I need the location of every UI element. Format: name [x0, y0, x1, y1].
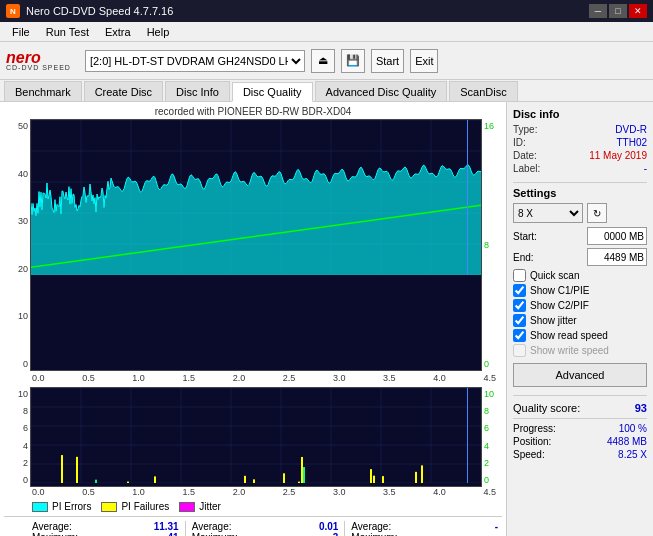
show-c1-checkbox[interactable] [513, 284, 526, 297]
show-c1-label: Show C1/PIE [530, 285, 589, 296]
drive-selector[interactable]: [2:0] HL-DT-ST DVDRAM GH24NSD0 LH00 [85, 50, 305, 72]
tab-scandisc[interactable]: ScanDisc [449, 81, 517, 101]
y-label-10: 10 [18, 311, 28, 321]
bottom-chart-canvas [31, 388, 481, 483]
show-c2-checkbox[interactable] [513, 299, 526, 312]
save-icon[interactable]: 💾 [341, 49, 365, 73]
stat-pi-failures-avg-label: Average: [192, 521, 232, 532]
menu-extra[interactable]: Extra [97, 24, 139, 40]
stat-pi-errors-max-label: Maximum: [32, 532, 78, 536]
stat-pi-errors-avg: Average: 11.31 [32, 521, 179, 532]
top-chart-canvas [31, 120, 481, 275]
maximize-button[interactable]: □ [609, 4, 627, 18]
legend-pi-errors-color [32, 502, 48, 512]
end-label: End: [513, 252, 534, 263]
stat-jitter-avg-label: Average: [351, 521, 391, 532]
menu-help[interactable]: Help [139, 24, 178, 40]
disc-label-value: - [644, 163, 647, 174]
y-label-4: 4 [23, 441, 28, 451]
show-read-speed-checkbox[interactable] [513, 329, 526, 342]
y-label-10: 10 [18, 389, 28, 399]
show-c1-row[interactable]: Show C1/PIE [513, 284, 647, 297]
stats-jitter: Average: - Maximum: - PO failures: - [351, 521, 498, 536]
y-label-0-bot: 0 [23, 475, 28, 485]
tab-create-disc[interactable]: Create Disc [84, 81, 163, 101]
nero-logo: nero CD-DVD SPEED [6, 50, 71, 71]
chart-area: recorded with PIONEER BD-RW BDR-XD04 50 … [0, 102, 506, 536]
show-c2-row[interactable]: Show C2/PIF [513, 299, 647, 312]
end-row: End: [513, 248, 647, 266]
legend-pi-errors-label: PI Errors [52, 501, 91, 512]
stat-jitter-max-value: - [495, 532, 498, 536]
disc-type-label: Type: [513, 124, 537, 135]
disc-type-value: DVD-R [615, 124, 647, 135]
progress-label: Progress: [513, 423, 556, 434]
legend-pi-errors: PI Errors [32, 501, 91, 512]
refresh-icon[interactable]: ↻ [587, 203, 607, 223]
stat-jitter-max-label: Maximum: [351, 532, 397, 536]
speed-selector[interactable]: 8 X [513, 203, 583, 223]
menu-run-test[interactable]: Run Test [38, 24, 97, 40]
show-write-speed-label: Show write speed [530, 345, 609, 356]
legend-pi-failures: PI Failures [101, 501, 169, 512]
start-label: Start: [513, 231, 537, 242]
legend-jitter-color [179, 502, 195, 512]
tab-benchmark[interactable]: Benchmark [4, 81, 82, 101]
quick-scan-row[interactable]: Quick scan [513, 269, 647, 282]
toolbar: nero CD-DVD SPEED [2:0] HL-DT-ST DVDRAM … [0, 42, 653, 80]
position-value: 4488 MB [607, 436, 647, 447]
advanced-button[interactable]: Advanced [513, 363, 647, 387]
tab-advanced-disc-quality[interactable]: Advanced Disc Quality [315, 81, 448, 101]
position-label: Position: [513, 436, 551, 447]
cd-speed-brand: CD-DVD SPEED [6, 64, 71, 71]
speed-value: 8.25 X [618, 449, 647, 460]
progress-value: 100 % [619, 423, 647, 434]
app-title: Nero CD-DVD Speed 4.7.7.16 [26, 5, 173, 17]
quality-score-value: 93 [635, 402, 647, 414]
quick-scan-checkbox[interactable] [513, 269, 526, 282]
disc-type-row: Type: DVD-R [513, 124, 647, 135]
disc-id-value: TTH02 [616, 137, 647, 148]
tab-disc-info[interactable]: Disc Info [165, 81, 230, 101]
disc-info-section: Disc info Type: DVD-R ID: TTH02 Date: 11… [513, 108, 647, 174]
stats-pi-failures: Average: 0.01 Maximum: 3 Total: 937 [192, 521, 339, 536]
minimize-button[interactable]: ─ [589, 4, 607, 18]
disc-id-row: ID: TTH02 [513, 137, 647, 148]
show-jitter-row[interactable]: Show jitter [513, 314, 647, 327]
y-label-6: 6 [23, 423, 28, 433]
y-right-bot-0: 0 [484, 475, 489, 485]
show-jitter-checkbox[interactable] [513, 314, 526, 327]
show-read-speed-row[interactable]: Show read speed [513, 329, 647, 342]
quality-score-label: Quality score: [513, 402, 580, 414]
top-chart-x-axis: 0.00.51.01.52.02.53.03.54.04.5 [4, 373, 502, 383]
y-right-0: 0 [484, 359, 489, 369]
legend-pi-failures-label: PI Failures [121, 501, 169, 512]
quick-scan-label: Quick scan [530, 270, 579, 281]
stat-pi-failures-max-value: 3 [333, 532, 339, 536]
bottom-chart-x-axis: 0.00.51.01.52.02.53.03.54.04.5 [4, 487, 502, 497]
tab-disc-quality[interactable]: Disc Quality [232, 82, 313, 102]
start-button[interactable]: Start [371, 49, 404, 73]
y-label-2: 2 [23, 458, 28, 468]
title-left: N Nero CD-DVD Speed 4.7.7.16 [6, 4, 173, 18]
settings-section: Settings 8 X ↻ Start: End: Quick scan [513, 187, 647, 387]
end-input[interactable] [587, 248, 647, 266]
y-right-16: 16 [484, 121, 494, 131]
disc-date-row: Date: 11 May 2019 [513, 150, 647, 161]
stat-pi-errors-avg-value: 11.31 [154, 521, 179, 532]
menu-file[interactable]: File [4, 24, 38, 40]
divider-2 [513, 395, 647, 396]
y-label-20: 20 [18, 264, 28, 274]
legend-jitter: Jitter [179, 501, 221, 512]
show-write-speed-row: Show write speed [513, 344, 647, 357]
legend-jitter-label: Jitter [199, 501, 221, 512]
start-row: Start: [513, 227, 647, 245]
show-write-speed-checkbox [513, 344, 526, 357]
right-panel: Disc info Type: DVD-R ID: TTH02 Date: 11… [506, 102, 653, 536]
window-controls: ─ □ ✕ [589, 4, 647, 18]
start-input[interactable] [587, 227, 647, 245]
eject-icon[interactable]: ⏏ [311, 49, 335, 73]
exit-button[interactable]: Exit [410, 49, 438, 73]
close-button[interactable]: ✕ [629, 4, 647, 18]
stat-jitter-avg: Average: - [351, 521, 498, 532]
